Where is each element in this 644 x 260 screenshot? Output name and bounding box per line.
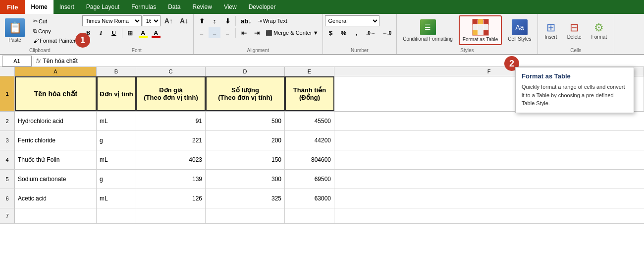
cell-e4[interactable]: 804600	[285, 150, 334, 169]
cell-reference[interactable]	[2, 56, 32, 66]
styles-group: ☰ Conditional Formatting	[397, 14, 537, 54]
cell-e7[interactable]	[285, 208, 334, 223]
cell-f4[interactable]	[334, 150, 644, 169]
col-header-a[interactable]: A	[15, 67, 97, 76]
formula-input[interactable]	[43, 56, 642, 66]
align-middle-button[interactable]: ↕	[209, 15, 220, 26]
cell-d2[interactable]: 500	[206, 112, 285, 130]
cell-b3[interactable]: g	[97, 131, 136, 150]
cell-e3[interactable]: 44200	[285, 131, 334, 150]
cell-c1[interactable]: Đơn giá (Theo đơn vị tính)	[136, 76, 206, 111]
align-center-button[interactable]: ≡	[209, 27, 220, 38]
align-right-button[interactable]: ≡	[221, 27, 233, 38]
text-direction-button[interactable]: ab↓	[238, 15, 255, 26]
menu-review[interactable]: Review	[187, 0, 218, 14]
cell-f7[interactable]	[334, 208, 644, 223]
table-row: 6 Acetic acid mL 126 325 63000	[0, 189, 644, 208]
cell-c7[interactable]	[136, 208, 206, 223]
format-as-table-button[interactable]: Format as Table	[459, 15, 502, 45]
cell-a7[interactable]	[15, 208, 97, 223]
dollar-button[interactable]: $	[325, 27, 337, 38]
paste-button[interactable]: 📋 Paste	[2, 17, 28, 44]
insert-button[interactable]: ⊞ Insert	[541, 19, 561, 42]
decimal-increase-button[interactable]: .0→	[364, 27, 378, 38]
font-shrink-button[interactable]: A↓	[177, 15, 191, 26]
underline-button[interactable]: U	[108, 27, 120, 38]
cell-d3[interactable]: 200	[206, 131, 285, 150]
copy-button[interactable]: ⧉ Copy	[31, 27, 78, 35]
cell-b4[interactable]: mL	[97, 150, 136, 169]
col-header-c[interactable]: C	[136, 67, 206, 76]
menu-page-layout[interactable]: Page Layout	[80, 0, 125, 14]
cell-f6[interactable]	[334, 189, 644, 208]
conditional-formatting-button[interactable]: ☰ Conditional Formatting	[400, 17, 456, 44]
font-name-select[interactable]: Times New Roma	[82, 15, 142, 26]
cell-e2[interactable]: 45500	[285, 112, 334, 130]
align-left-button[interactable]: ≡	[196, 27, 208, 38]
cell-b5[interactable]: g	[97, 170, 136, 189]
indent-increase-button[interactable]: ⇥	[251, 27, 263, 38]
fill-color-button[interactable]: A	[137, 27, 149, 38]
table-row: 5 Sodium carbonate g 139 300 69500	[0, 170, 644, 189]
border-button[interactable]: ⊞	[124, 27, 136, 38]
cell-a1[interactable]: Tên hóa chất	[15, 76, 97, 111]
cell-c5[interactable]: 139	[136, 170, 206, 189]
comma-button[interactable]: ,	[351, 27, 363, 38]
align-bottom-button[interactable]: ⬇	[221, 15, 233, 26]
cell-f2[interactable]	[334, 112, 644, 130]
cell-e5[interactable]: 69500	[285, 170, 334, 189]
cell-a2[interactable]: Hydrochloric acid	[15, 112, 97, 130]
cell-b1[interactable]: Đơn vị tính	[97, 76, 136, 111]
menu-insert[interactable]: Insert	[54, 0, 80, 14]
clipboard-group: 📋 Paste ✂ Cut ⧉ Copy 🖌 Format Painter Cl…	[0, 14, 80, 54]
ribbon: 📋 Paste ✂ Cut ⧉ Copy 🖌 Format Painter Cl…	[0, 14, 644, 55]
align-top-button[interactable]: ⬆	[196, 15, 208, 26]
cells-label: Cells	[538, 48, 614, 53]
file-menu[interactable]: File	[0, 0, 25, 14]
cell-c2[interactable]: 91	[136, 112, 206, 130]
cell-d7[interactable]	[206, 208, 285, 223]
menu-view[interactable]: View	[218, 0, 243, 14]
cell-d4[interactable]: 150	[206, 150, 285, 169]
cell-a3[interactable]: Ferric chloride	[15, 131, 97, 150]
delete-button[interactable]: ⊟ Delete	[563, 19, 586, 42]
menu-developer[interactable]: Developer	[243, 0, 282, 14]
indent-decrease-button[interactable]: ⇤	[238, 27, 250, 38]
col-header-e[interactable]: E	[285, 67, 334, 76]
cell-b2[interactable]: mL	[97, 112, 136, 130]
cell-d5[interactable]: 300	[206, 170, 285, 189]
font-grow-button[interactable]: A↑	[161, 15, 176, 26]
font-size-select[interactable]: 16	[143, 15, 161, 26]
decimal-decrease-button[interactable]: ←.0	[379, 27, 394, 38]
menu-formulas[interactable]: Formulas	[125, 0, 162, 14]
col-header-d[interactable]: D	[206, 67, 285, 76]
menu-home[interactable]: Home	[25, 0, 53, 14]
italic-button[interactable]: I	[95, 27, 107, 38]
cell-b7[interactable]	[97, 208, 136, 223]
col-header-b[interactable]: B	[97, 67, 136, 76]
cell-a5[interactable]: Sodium carbonate	[15, 170, 97, 189]
cell-a6[interactable]: Acetic acid	[15, 189, 97, 208]
tooltip-text: Quickly format a range of cells and conv…	[522, 83, 628, 108]
cell-c4[interactable]: 4023	[136, 150, 206, 169]
cell-b6[interactable]: mL	[97, 189, 136, 208]
cell-c6[interactable]: 126	[136, 189, 206, 208]
cell-f5[interactable]	[334, 170, 644, 189]
percent-button[interactable]: %	[338, 27, 350, 38]
cell-d6[interactable]: 325	[206, 189, 285, 208]
font-color-button[interactable]: A	[150, 27, 162, 38]
cell-c3[interactable]: 221	[136, 131, 206, 150]
cell-f3[interactable]	[334, 131, 644, 150]
format-cells-button[interactable]: ⚙ Format	[588, 19, 611, 42]
cell-styles-button[interactable]: Aa Cell Styles	[505, 17, 534, 44]
cell-e1[interactable]: Thành tiền (Đồng)	[285, 76, 334, 111]
cut-button[interactable]: ✂ Cut	[31, 17, 78, 25]
wrap-text-button[interactable]: ⇥ Wrap Text	[256, 17, 289, 25]
number-format-select[interactable]: General	[325, 15, 379, 26]
merge-center-button[interactable]: ⬛ Merge & Center ▼	[264, 29, 321, 37]
cell-a4[interactable]: Thuốc thử Folin	[15, 150, 97, 169]
menu-data[interactable]: Data	[162, 0, 186, 14]
cell-e6[interactable]: 63000	[285, 189, 334, 208]
cell-d1[interactable]: Số lượng (Theo đơn vị tính)	[206, 76, 285, 111]
format-painter-button[interactable]: 🖌 Format Painter	[31, 37, 78, 45]
